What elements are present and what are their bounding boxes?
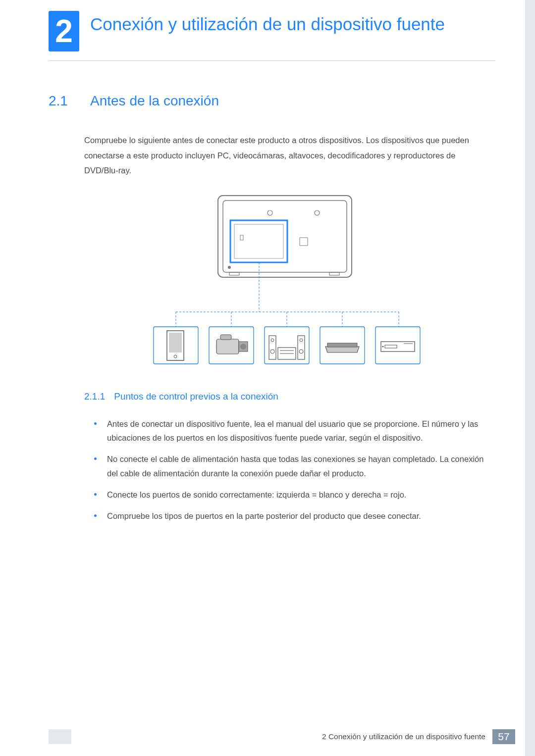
connection-diagram: [84, 193, 485, 366]
svg-point-23: [270, 350, 274, 353]
svg-point-6: [315, 210, 320, 215]
svg-rect-1: [223, 201, 347, 272]
svg-rect-31: [327, 343, 357, 347]
section-title: Antes de la conexión: [90, 93, 219, 109]
svg-rect-16: [216, 339, 239, 354]
svg-rect-3: [234, 224, 283, 258]
list-item: No conecte el cable de alimentación hast…: [94, 452, 485, 481]
svg-rect-24: [298, 336, 305, 359]
svg-point-35: [382, 346, 384, 347]
svg-rect-20: [265, 327, 309, 364]
device-dvd-player: [375, 327, 420, 364]
svg-rect-32: [375, 327, 420, 364]
svg-rect-33: [381, 342, 415, 352]
bullet-list: Antes de conectar un dispositivo fuente,…: [94, 417, 485, 523]
list-item: Antes de conectar un dispositivo fuente,…: [94, 417, 485, 446]
footer-chapter-title: 2 Conexión y utilización de un dispositi…: [322, 732, 485, 741]
page-margin-footer-left: [49, 729, 71, 744]
svg-rect-7: [240, 235, 243, 240]
subsection-number: 2.1.1: [84, 391, 105, 402]
svg-point-10: [228, 266, 231, 269]
chapter-title: Conexión y utilización de un dispositivo…: [90, 11, 445, 35]
svg-point-14: [174, 355, 177, 358]
svg-point-18: [240, 344, 246, 350]
svg-rect-4: [300, 238, 308, 246]
subsection-title: Puntos de control previos a la conexión: [114, 391, 278, 402]
device-set-top-box: [320, 327, 365, 364]
svg-point-25: [300, 339, 303, 342]
list-item: Compruebe los tipos de puertos en la par…: [94, 509, 485, 523]
svg-rect-21: [269, 336, 276, 359]
section-intro-text: Compruebe lo siguiente antes de conectar…: [84, 133, 485, 178]
section-body: 2.1 Antes de la conexión Compruebe lo si…: [49, 93, 485, 530]
svg-rect-13: [169, 333, 182, 353]
page-margin-right: [525, 0, 535, 756]
svg-rect-9: [329, 272, 339, 275]
section-heading: 2.1 Antes de la conexión: [49, 93, 485, 109]
svg-point-22: [271, 339, 274, 342]
diagram-svg: [141, 193, 428, 366]
device-stereo-speakers: [265, 327, 309, 364]
page-number: 57: [492, 729, 515, 744]
svg-point-5: [268, 210, 272, 215]
svg-rect-8: [229, 272, 239, 275]
svg-rect-0: [218, 196, 352, 277]
chapter-header: 2 Conexión y utilización de un dispositi…: [49, 11, 495, 61]
svg-point-26: [299, 350, 303, 353]
device-pc-tower: [154, 327, 198, 364]
list-item: Conecte los puertos de sonido correctame…: [94, 488, 485, 502]
device-camcorder: [209, 327, 254, 364]
chapter-number-badge: 2: [49, 11, 79, 51]
section-number: 2.1: [49, 93, 76, 109]
svg-rect-2: [230, 220, 287, 262]
svg-rect-34: [385, 345, 397, 348]
svg-rect-19: [220, 335, 231, 340]
page-footer: 2 Conexión y utilización de un dispositi…: [322, 729, 515, 744]
subsection-heading: 2.1.1 Puntos de control previos a la con…: [84, 391, 485, 402]
